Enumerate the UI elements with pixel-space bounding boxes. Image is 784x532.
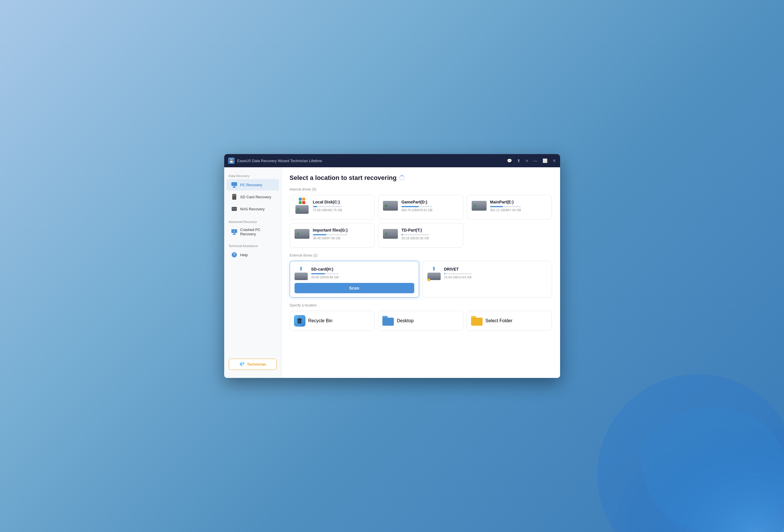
drive-e-size: 361.11 GB/857.04 GB	[490, 208, 521, 212]
sidebar-item-help[interactable]: ? Help	[226, 249, 279, 261]
technician-label: Technician	[247, 362, 267, 366]
specify-recycle-bin[interactable]: 🗑 Recycle Bin	[290, 311, 375, 331]
drive-c-info: Local Disk(C:) 72.80 GB/465.75 GB	[313, 200, 342, 212]
recycle-bin-icon: 🗑	[294, 315, 305, 327]
drive-drivet-progress-bg	[444, 273, 472, 274]
drive-c-progress-bg	[313, 206, 342, 207]
drive-g-info: Important files(G:) 38.48 GB/97.66 GB	[313, 228, 348, 240]
drive-h-size: 28.86 GB/28.86 GB	[311, 275, 339, 279]
drive-h-image: ⬆	[295, 266, 308, 280]
menu-icon[interactable]: ≡	[526, 159, 528, 163]
maximize-button[interactable]: ⬜	[542, 159, 548, 163]
nas-label: NAS Recovery	[240, 207, 265, 211]
svg-rect-8	[235, 195, 236, 196]
drive-t-name: TD-Part(T:)	[401, 228, 429, 232]
drive-c-icon-area	[295, 200, 309, 211]
drive-t-top: TD-Part(T:) 29.18 GB/29.30 GB	[383, 228, 458, 240]
drive-e-top: MainPart(E:) 361.11 GB/857.04 GB	[472, 200, 547, 212]
drive-h-progress-bg	[311, 273, 339, 274]
drive-t-icon-area	[383, 229, 398, 239]
nas-icon	[231, 206, 237, 212]
pc-icon	[231, 182, 237, 188]
sidebar: Data Recovery PC Recovery	[224, 167, 282, 378]
drive-g-icon-area	[295, 229, 309, 239]
drive-e-info: MainPart(E:) 361.11 GB/857.04 GB	[490, 200, 521, 212]
hdd-g-body	[295, 229, 309, 239]
sidebar-bottom: 💎 Technician	[224, 355, 281, 373]
drive-drivet-size: 14.64 GB/14.64 GB	[444, 275, 472, 279]
drive-t-progress-bg	[401, 234, 429, 235]
sidebar-item-crashed-pc[interactable]: ! Crashed PC Recovery	[226, 225, 279, 239]
data-recovery-section-label: Data Recovery	[224, 172, 281, 179]
hdd-drivet-body	[427, 273, 441, 280]
svg-rect-9	[232, 207, 237, 211]
specify-grid: 🗑 Recycle Bin Desktop Select Folder	[290, 311, 552, 331]
svg-rect-2	[231, 182, 237, 186]
drive-d-icon-area	[383, 201, 398, 211]
drive-g-name: Important files(G:)	[313, 228, 348, 232]
scan-btn-area: Scan	[295, 283, 414, 297]
page-title: Select a location to start recovering	[290, 174, 397, 182]
minimize-button[interactable]: —	[533, 159, 537, 163]
svg-rect-6	[233, 195, 233, 196]
drive-card-d[interactable]: GamePart(D:) 493.75 GB/878.91 GB	[378, 195, 463, 219]
hdd-t-body	[383, 229, 398, 239]
chat-icon[interactable]: 💬	[507, 159, 512, 163]
drive-d-progress-fill	[401, 206, 419, 207]
content-area: Select a location to start recovering In…	[282, 167, 560, 378]
svg-rect-16	[232, 234, 236, 235]
internal-drives-label: Internal drives (5)	[290, 187, 552, 191]
content-header: Select a location to start recovering	[290, 174, 552, 182]
desktop-folder-icon	[382, 316, 394, 326]
advanced-recovery-section-label: Advanced Recovery	[224, 218, 281, 225]
drive-drivet-name: DRIVET	[444, 267, 472, 271]
drive-card-t[interactable]: TD-Part(T:) 29.18 GB/29.30 GB	[378, 223, 463, 248]
drive-c-progress-fill	[313, 206, 317, 207]
svg-text:!: !	[234, 230, 234, 233]
external-drives-grid: ⬆ SD-card(H:) 28.86 GB/28.86 GB	[290, 261, 552, 298]
upload-icon[interactable]: ⬆	[517, 159, 521, 163]
yellow-indicator	[427, 278, 430, 281]
specify-location-label: Specify a location	[290, 303, 552, 307]
internal-drives-grid: Local Disk(C:) 72.80 GB/465.75 GB	[290, 195, 552, 248]
sidebar-item-pc-recovery[interactable]: PC Recovery	[226, 179, 279, 190]
close-button[interactable]: ✕	[553, 159, 556, 163]
external-drives-label: External drives (2)	[290, 254, 552, 257]
titlebar: 💾 EaseUS Data Recovery Wizard Technician…	[224, 154, 560, 167]
app-window: 💾 EaseUS Data Recovery Wizard Technician…	[224, 154, 560, 378]
drive-t-progress-fill	[401, 234, 403, 235]
technician-button[interactable]: 💎 Technician	[229, 359, 277, 370]
drive-h-info: SD-card(H:) 28.86 GB/28.86 GB	[311, 267, 339, 279]
sd-card-icon	[231, 194, 237, 200]
drive-card-g[interactable]: Important files(G:) 38.48 GB/97.66 GB	[290, 223, 375, 248]
app-icon: 💾	[228, 157, 234, 164]
drive-card-c[interactable]: Local Disk(C:) 72.80 GB/465.75 GB	[290, 195, 375, 219]
loading-spinner	[399, 175, 404, 180]
drive-c-image	[295, 200, 309, 211]
drive-g-size: 38.48 GB/97.66 GB	[313, 236, 348, 240]
drive-h-progress-fill	[311, 273, 325, 274]
technician-diamond-icon: 💎	[239, 361, 245, 367]
specify-select-folder[interactable]: Select Folder	[467, 311, 552, 331]
titlebar-controls: 💬 ⬆ ≡ — ⬜ ✕	[507, 159, 556, 163]
specify-desktop[interactable]: Desktop	[378, 311, 463, 331]
drive-card-e[interactable]: MainPart(E:) 361.11 GB/857.04 GB	[467, 195, 552, 219]
drive-drivet-progress-fill	[444, 273, 446, 274]
technical-assistance-label: Technical Assistance	[224, 242, 281, 249]
drive-d-name: GamePart(D:)	[401, 200, 432, 204]
sidebar-item-nas[interactable]: NAS Recovery	[226, 203, 279, 215]
app-title: EaseUS Data Recovery Wizard Technician L…	[237, 159, 507, 163]
hdd-e-body	[472, 201, 486, 211]
scan-button[interactable]: Scan	[295, 283, 414, 293]
svg-point-1	[597, 374, 784, 532]
drive-e-icon-area	[472, 201, 486, 211]
recycle-bin-label: Recycle Bin	[308, 318, 332, 323]
svg-rect-7	[234, 195, 234, 196]
drive-card-drivet[interactable]: ⬆ DRIVET 14.64 GB/14.64 GB	[423, 261, 552, 298]
drive-t-info: TD-Part(T:) 29.18 GB/29.30 GB	[401, 228, 429, 240]
drive-d-progress-bg	[401, 206, 432, 207]
drive-h-top: ⬆ SD-card(H:) 28.86 GB/28.86 GB	[295, 266, 414, 280]
drive-card-h[interactable]: ⬆ SD-card(H:) 28.86 GB/28.86 GB	[290, 261, 419, 298]
sidebar-item-sd-card[interactable]: SD Card Recovery	[226, 191, 279, 203]
help-label: Help	[240, 253, 248, 257]
